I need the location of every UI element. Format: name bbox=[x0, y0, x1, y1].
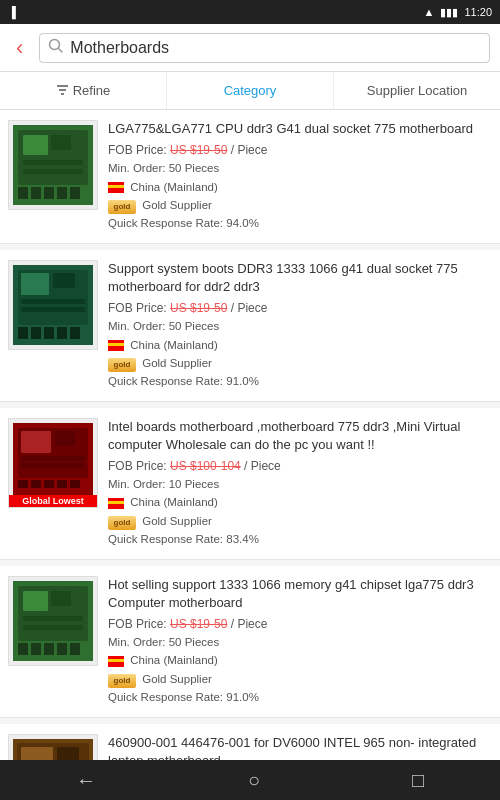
supplier-label: Gold Supplier bbox=[142, 515, 212, 527]
product-card[interactable]: LGA775&LGA771 CPU ddr3 G41 dual socket 7… bbox=[0, 110, 500, 244]
svg-rect-48 bbox=[70, 643, 80, 655]
svg-rect-52 bbox=[57, 747, 79, 760]
product-image bbox=[8, 734, 98, 760]
gold-supplier-badge: gold bbox=[108, 674, 136, 688]
bottom-nav: ← ○ □ bbox=[0, 760, 500, 800]
svg-rect-33 bbox=[18, 480, 28, 488]
product-info: Intel boards motherboard ,motherboard 77… bbox=[108, 418, 492, 549]
time-display: 11:20 bbox=[464, 6, 492, 18]
product-meta: Min. Order: 10 Pieces China (Mainland) g… bbox=[108, 475, 492, 549]
gold-supplier-badge: gold bbox=[108, 516, 136, 530]
search-icon bbox=[48, 38, 64, 58]
origin: China (Mainland) bbox=[108, 336, 492, 354]
supplier-info: gold Gold Supplier bbox=[108, 512, 492, 530]
search-input[interactable] bbox=[70, 39, 481, 57]
supplier-info: gold Gold Supplier bbox=[108, 670, 492, 688]
product-price-row: FOB Price: US $19-50 / Piece bbox=[108, 301, 492, 315]
svg-rect-15 bbox=[70, 187, 80, 199]
product-meta: Min. Order: 50 Pieces China (Mainland) g… bbox=[108, 159, 492, 233]
product-title: LGA775&LGA771 CPU ddr3 G41 dual socket 7… bbox=[108, 120, 492, 138]
supplier-location-label: Supplier Location bbox=[367, 83, 467, 98]
svg-rect-44 bbox=[18, 643, 28, 655]
supplier-info: gold Gold Supplier bbox=[108, 354, 492, 372]
product-list: LGA775&LGA771 CPU ddr3 G41 dual socket 7… bbox=[0, 110, 500, 760]
svg-rect-20 bbox=[21, 299, 85, 304]
category-label: Category bbox=[224, 83, 277, 98]
product-info: Support system boots DDR3 1333 1066 g41 … bbox=[108, 260, 492, 391]
svg-rect-13 bbox=[44, 187, 54, 199]
product-card[interactable]: Hot selling support 1333 1066 memory g41… bbox=[0, 566, 500, 718]
svg-rect-14 bbox=[57, 187, 67, 199]
svg-rect-43 bbox=[23, 625, 83, 630]
status-bar-right: ▲ ▮▮▮ 11:20 bbox=[424, 6, 492, 19]
product-image bbox=[8, 120, 98, 210]
svg-rect-12 bbox=[31, 187, 41, 199]
svg-rect-10 bbox=[23, 169, 83, 174]
fob-label: FOB Price: bbox=[108, 143, 170, 157]
product-info: Hot selling support 1333 1066 memory g41… bbox=[108, 576, 492, 707]
svg-rect-23 bbox=[31, 327, 41, 339]
nav-home-button[interactable]: ○ bbox=[232, 765, 276, 796]
svg-rect-32 bbox=[21, 463, 85, 468]
product-card[interactable]: Global Lowest Intel boards motherboard ,… bbox=[0, 408, 500, 560]
filter-tab-supplier-location[interactable]: Supplier Location bbox=[334, 72, 500, 109]
min-order: Min. Order: 50 Pieces bbox=[108, 633, 492, 651]
filter-tab-refine[interactable]: Refine bbox=[0, 72, 167, 109]
svg-rect-11 bbox=[18, 187, 28, 199]
svg-rect-46 bbox=[44, 643, 54, 655]
product-label-tag: Global Lowest bbox=[9, 495, 97, 507]
svg-rect-9 bbox=[23, 160, 83, 165]
signal-icon: ▐ bbox=[8, 6, 16, 18]
svg-rect-29 bbox=[21, 431, 51, 453]
status-bar: ▐ ▲ ▮▮▮ 11:20 bbox=[0, 0, 500, 24]
filter-tab-category[interactable]: Category bbox=[167, 72, 334, 109]
product-meta: Min. Order: 50 Pieces China (Mainland) g… bbox=[108, 317, 492, 391]
price-unit: / Piece bbox=[231, 143, 268, 157]
status-bar-left: ▐ bbox=[8, 6, 16, 18]
svg-rect-25 bbox=[57, 327, 67, 339]
svg-rect-8 bbox=[51, 135, 71, 150]
min-order: Min. Order: 50 Pieces bbox=[108, 159, 492, 177]
product-card[interactable]: Support system boots DDR3 1333 1066 g41 … bbox=[0, 250, 500, 402]
product-title: Hot selling support 1333 1066 memory g41… bbox=[108, 576, 492, 612]
svg-rect-51 bbox=[21, 747, 53, 760]
product-image bbox=[8, 260, 98, 350]
svg-rect-42 bbox=[23, 616, 83, 621]
quick-response-rate: Quick Response Rate: 91.0% bbox=[108, 372, 492, 390]
nav-back-button[interactable]: ← bbox=[60, 765, 112, 796]
min-order: Min. Order: 10 Pieces bbox=[108, 475, 492, 493]
filter-icon bbox=[56, 83, 69, 99]
product-info: LGA775&LGA771 CPU ddr3 G41 dual socket 7… bbox=[108, 120, 492, 233]
supplier-info: gold Gold Supplier bbox=[108, 196, 492, 214]
quick-response-rate: Quick Response Rate: 83.4% bbox=[108, 530, 492, 548]
gold-supplier-badge: gold bbox=[108, 358, 136, 372]
search-input-wrap bbox=[39, 33, 490, 63]
search-bar: ‹ bbox=[0, 24, 500, 72]
product-info: 460900-001 446476-001 for DV6000 INTEL 9… bbox=[108, 734, 492, 760]
origin: China (Mainland) bbox=[108, 493, 492, 511]
svg-rect-26 bbox=[70, 327, 80, 339]
quick-response-rate: Quick Response Rate: 94.0% bbox=[108, 214, 492, 232]
supplier-label: Gold Supplier bbox=[142, 199, 212, 211]
product-title: 460900-001 446476-001 for DV6000 INTEL 9… bbox=[108, 734, 492, 760]
nav-recent-button[interactable]: □ bbox=[396, 765, 440, 796]
svg-rect-24 bbox=[44, 327, 54, 339]
fob-label: FOB Price: bbox=[108, 459, 170, 473]
price-value: US $19-50 bbox=[170, 301, 227, 315]
battery-icon: ▮▮▮ bbox=[440, 6, 458, 19]
svg-rect-45 bbox=[31, 643, 41, 655]
svg-rect-34 bbox=[31, 480, 41, 488]
product-title: Intel boards motherboard ,motherboard 77… bbox=[108, 418, 492, 454]
svg-rect-31 bbox=[21, 456, 85, 461]
svg-rect-47 bbox=[57, 643, 67, 655]
svg-rect-18 bbox=[21, 273, 49, 295]
refine-label: Refine bbox=[73, 83, 111, 98]
back-button[interactable]: ‹ bbox=[10, 31, 29, 65]
wifi-icon: ▲ bbox=[424, 6, 435, 18]
quick-response-rate: Quick Response Rate: 91.0% bbox=[108, 688, 492, 706]
svg-rect-19 bbox=[53, 273, 75, 288]
origin: China (Mainland) bbox=[108, 651, 492, 669]
product-card[interactable]: 460900-001 446476-001 for DV6000 INTEL 9… bbox=[0, 724, 500, 760]
svg-line-1 bbox=[59, 48, 63, 52]
svg-rect-22 bbox=[18, 327, 28, 339]
